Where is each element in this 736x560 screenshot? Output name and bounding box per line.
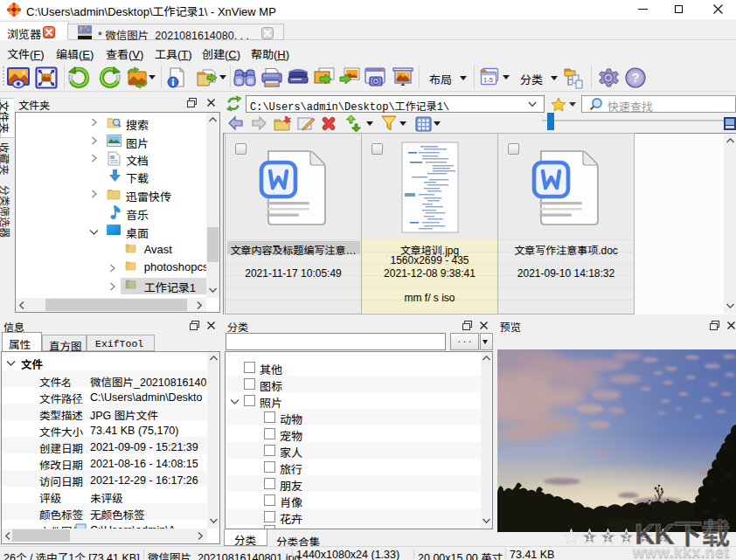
svg-text:1-5: 1-5	[483, 76, 493, 84]
svg-text:1: 1	[587, 532, 593, 542]
svg-text:?: ?	[632, 71, 640, 85]
svg-text:3: 3	[624, 532, 628, 542]
svg-text:2: 2	[606, 532, 610, 542]
